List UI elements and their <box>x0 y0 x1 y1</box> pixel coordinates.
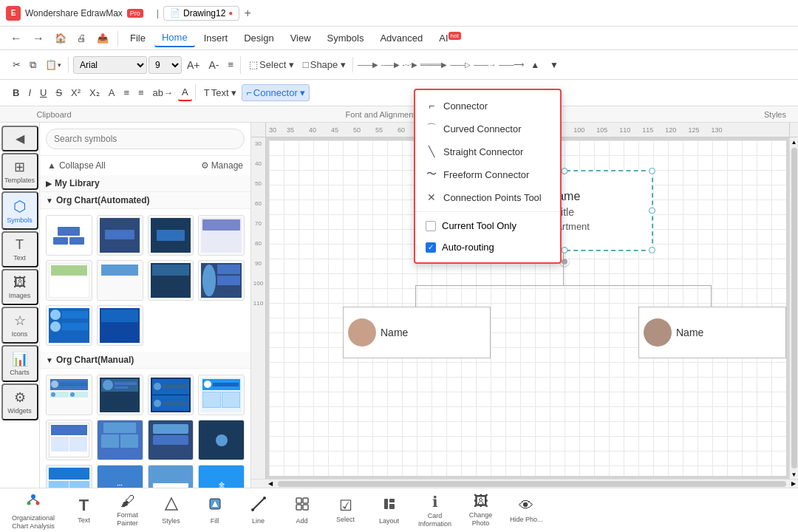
add-tab-btn[interactable]: + <box>244 7 250 20</box>
template-item[interactable] <box>148 375 194 415</box>
template-item[interactable] <box>97 305 143 346</box>
superscript-btn[interactable]: X² <box>67 85 84 100</box>
autofit-btn[interactable]: ab→ <box>149 85 177 100</box>
paste-btn[interactable]: 📋 ▾ <box>41 57 65 72</box>
org-card-bottom-right[interactable]: Name <box>638 307 786 358</box>
org-chart-analysis-btn[interactable]: OrganizationalChart Analysis <box>6 488 61 532</box>
curved-connector-option[interactable]: ⌒ Curved Connector <box>415 117 560 140</box>
charts-btn[interactable]: 📊 Charts <box>1 345 38 382</box>
template-item[interactable] <box>198 375 245 415</box>
drawing-tab[interactable]: 📄 Drawing12 ● <box>163 6 239 21</box>
template-item[interactable] <box>198 260 245 301</box>
auto-routing-checkbox[interactable]: ✓ Auto-routing <box>415 236 560 258</box>
styles-bt-btn[interactable]: Styles <box>151 493 191 528</box>
symbols-btn[interactable]: ⬡ Symbols <box>1 191 38 230</box>
clear-format-btn[interactable]: A <box>105 85 119 100</box>
template-item[interactable] <box>46 375 92 415</box>
text-bt-btn[interactable]: T Text <box>64 493 104 528</box>
template-item[interactable] <box>46 305 92 346</box>
styles-expand-btn[interactable]: ▼ <box>546 58 562 72</box>
font-size-decrease-btn[interactable]: A- <box>205 57 223 73</box>
menu-home[interactable]: Home <box>154 29 195 47</box>
template-item[interactable] <box>46 465 92 488</box>
change-photo-btn[interactable]: 🖼 ChangePhoto <box>460 490 501 531</box>
horizontal-scrollbar[interactable]: ◀ ▶ <box>251 479 798 488</box>
scroll-thumb-v[interactable] <box>791 148 797 468</box>
text-tool-btn[interactable]: T Text ▾ <box>200 85 240 100</box>
menu-symbols[interactable]: Symbols <box>320 30 372 47</box>
collapse-sidebar-btn[interactable]: ◀ <box>1 126 38 151</box>
scroll-down-btn[interactable]: ▼ <box>790 470 799 479</box>
font-size-increase-btn[interactable]: A+ <box>183 57 204 73</box>
styles-collapse-btn[interactable]: ▲ <box>527 58 543 72</box>
scroll-left-btn[interactable]: ◀ <box>266 480 275 488</box>
print-btn[interactable]: 🖨 <box>72 31 91 45</box>
tab-close-btn[interactable]: ● <box>228 9 233 17</box>
text-sidebar-btn[interactable]: T Text <box>1 231 38 267</box>
hide-photo-btn[interactable]: 👁 Hide Pho... <box>504 494 549 527</box>
underline-btn[interactable]: U <box>36 85 50 100</box>
back-btn[interactable]: ← <box>6 30 27 47</box>
current-tool-checkbox[interactable]: Current Tool Only <box>415 215 560 236</box>
connection-points-option[interactable]: ✕ Connection Points Tool <box>415 186 560 208</box>
my-library-section[interactable]: ▶ My Library <box>40 175 250 192</box>
connector-btn[interactable]: ⌐ Connector ▾ <box>242 84 310 101</box>
bold-btn[interactable]: B <box>9 85 23 100</box>
template-item[interactable] <box>148 420 194 460</box>
template-item[interactable] <box>46 215 92 256</box>
templates-btn[interactable]: ⊞ Templates <box>1 153 38 190</box>
widgets-btn[interactable]: ⚙ Widgets <box>1 383 38 420</box>
menu-ai[interactable]: AIhot <box>432 30 468 47</box>
template-item[interactable]: 全 <box>198 465 245 488</box>
images-btn[interactable]: 🖼 Images <box>1 269 38 305</box>
org-chart-automated-section[interactable]: ▼ Org Chart(Automated) <box>40 192 250 209</box>
italic-btn[interactable]: I <box>24 85 35 100</box>
home-btn[interactable]: 🏠 <box>50 31 71 45</box>
freeform-connector-option[interactable]: 〜 Freeform Connector <box>415 163 560 186</box>
fill-btn[interactable]: Fill <box>194 493 235 528</box>
export-btn[interactable]: 📤 <box>92 31 113 45</box>
connector-option[interactable]: ⌐ Connector <box>415 95 560 117</box>
template-item[interactable] <box>148 465 194 488</box>
search-input[interactable] <box>46 129 245 149</box>
list-btn[interactable]: ≡ <box>120 85 133 100</box>
template-item[interactable] <box>46 260 92 301</box>
select-btn[interactable]: ⬚ Select ▾ <box>245 57 298 72</box>
template-item[interactable] <box>148 215 194 256</box>
straight-connector-option[interactable]: ╲ Straight Connector <box>415 140 560 163</box>
scroll-thumb-h[interactable] <box>278 481 786 487</box>
subscript-btn[interactable]: X₂ <box>86 85 103 100</box>
font-size-select[interactable]: 9 <box>149 56 182 74</box>
menu-insert[interactable]: Insert <box>197 30 236 47</box>
line-btn[interactable]: Line <box>238 493 279 528</box>
forward-btn[interactable]: → <box>28 30 49 47</box>
manage-btn[interactable]: ⚙ Manage <box>201 160 243 171</box>
bullet-btn[interactable]: ≡ <box>134 85 148 100</box>
scroll-right-btn[interactable]: ▶ <box>789 480 798 488</box>
scroll-up-btn[interactable]: ▲ <box>790 137 799 146</box>
org-chart-manual-section[interactable]: ▼ Org Chart(Manual) <box>40 352 250 369</box>
template-item[interactable] <box>148 260 194 301</box>
strikethrough-btn[interactable]: S <box>52 85 66 100</box>
template-item[interactable] <box>97 260 143 301</box>
card-info-btn[interactable]: ℹ CardInformation <box>412 490 457 531</box>
template-item[interactable] <box>46 420 92 460</box>
font-color-btn[interactable]: A <box>178 84 192 101</box>
select-bt-btn[interactable]: ☑ Select <box>325 494 366 527</box>
template-item[interactable] <box>198 420 245 460</box>
collapse-all-btn[interactable]: ▲ Collapse All <box>47 160 106 171</box>
copy-btn[interactable]: ⧉ <box>26 57 40 73</box>
icons-btn[interactable]: ☆ Icons <box>1 307 38 344</box>
menu-design[interactable]: Design <box>236 30 281 47</box>
org-card-bottom-left[interactable]: Name <box>343 307 491 358</box>
vertical-scrollbar[interactable]: ▲ ▼ <box>789 137 798 479</box>
template-item[interactable] <box>97 420 143 460</box>
template-item[interactable] <box>97 215 143 256</box>
menu-advanced[interactable]: Advanced <box>372 30 430 47</box>
template-item[interactable] <box>198 215 245 256</box>
shape-btn[interactable]: □ Shape ▾ <box>299 57 349 72</box>
menu-view[interactable]: View <box>283 30 318 47</box>
text-align-btn[interactable]: ≡ <box>225 57 238 72</box>
font-family-select[interactable]: Arial <box>73 56 147 74</box>
layout-btn[interactable]: Layout <box>369 493 409 528</box>
